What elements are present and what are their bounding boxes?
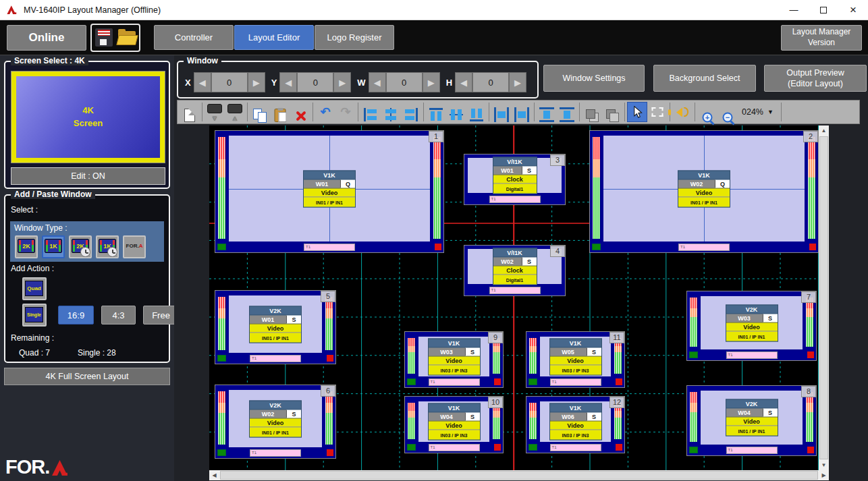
w-value[interactable]: 0 — [386, 72, 423, 92]
canvas-window-7[interactable]: V2KW03SVideoIN01 / IP IN1T17 — [686, 291, 817, 361]
minimize-button[interactable]: — — [779, 0, 809, 20]
window-info-label: V1KW01QVideoIN01 / IP IN1 — [303, 170, 356, 207]
output-preview-button[interactable]: Output Preview (Editor Layout) — [764, 65, 867, 92]
canvas[interactable]: V1KW01QVideoIN01 / IP IN1T11V1KW02QVideo… — [209, 125, 819, 470]
tab-controller[interactable]: Controller — [154, 25, 234, 50]
zoom-level-dropdown[interactable]: 024% ▼ — [742, 107, 774, 117]
canvas-window-6[interactable]: V2KW02SVideoIN01 / IP IN1T16 — [215, 385, 336, 459]
send-to-device-button[interactable]: ▼ — [205, 102, 225, 122]
x-value[interactable]: 0 — [211, 72, 248, 92]
w-decrement-button[interactable]: ◀ — [369, 72, 386, 92]
shrink-vertical-icon — [560, 107, 574, 122]
scroll-down-button[interactable]: ▼ — [819, 460, 829, 470]
expand-vertical-button[interactable] — [537, 102, 557, 122]
canvas-window-5[interactable]: V2KW01SVideoIN01 / IP IN1T15 — [215, 290, 336, 364]
align-left-button[interactable] — [360, 102, 381, 122]
canvas-window-10[interactable]: V1KW04SVideoIN03 / IP IN3T110 — [404, 396, 504, 453]
shrink-horizontal-button[interactable] — [512, 102, 532, 122]
window-number-badge: 7 — [801, 291, 816, 303]
copy-icon — [253, 109, 267, 122]
window-type-clock-1k-button[interactable]: 1K — [96, 235, 119, 258]
version-button[interactable]: Layout Manager Version — [781, 25, 862, 51]
online-button[interactable]: Online — [7, 25, 86, 51]
load-from-device-button[interactable]: ▲ — [225, 102, 245, 122]
toolbar-separator — [534, 103, 535, 121]
scroll-right-button[interactable]: ▶ — [819, 470, 829, 480]
zoom-out-button[interactable]: − — [717, 102, 738, 122]
canvas-window-9[interactable]: V1KW03SVideoIN03 / IP IN3T19 — [404, 331, 504, 388]
tab-logo-register[interactable]: Logo Register — [315, 25, 394, 50]
align-middle-vertical-button[interactable] — [446, 102, 466, 122]
window-type-clock-2k-button[interactable]: 2K — [69, 235, 92, 258]
canvas-window-12[interactable]: V1KW06SVideoIN03 / IP IN3T112 — [526, 396, 625, 453]
send-to-back-button[interactable] — [602, 102, 622, 122]
marquee-select-button[interactable] — [647, 102, 668, 122]
single-icon: Single — [25, 307, 43, 322]
aspect-4-3-button[interactable]: 4:3 — [101, 306, 136, 324]
background-select-button[interactable]: Background Select — [653, 65, 756, 92]
scroll-up-button[interactable]: ▲ — [819, 125, 829, 136]
monitor-2k-icon: 2K — [18, 239, 35, 253]
window-number-badge: 4 — [550, 246, 565, 257]
close-button[interactable]: × — [838, 0, 868, 20]
window-type-video-2k-button[interactable]: 2K — [15, 235, 38, 258]
add-single-button[interactable]: Single — [22, 304, 47, 327]
canvas-window-8[interactable]: V2KW04SVideoIN01 / IP IN1T18 — [686, 385, 817, 456]
edit-toggle-button[interactable]: Edit : ON — [11, 167, 165, 185]
new-layout-button[interactable] — [180, 102, 200, 122]
align-right-button[interactable] — [401, 102, 421, 122]
delete-button[interactable] — [290, 102, 310, 122]
maximize-button[interactable] — [809, 0, 838, 20]
canvas-window-11[interactable]: V1KW05SVideoIN03 / IP IN3T111 — [526, 331, 625, 388]
tab-layout-editor[interactable]: Layout Editor — [234, 25, 314, 50]
folder-icon — [117, 28, 138, 47]
window-info-label: V1KW02QVideoIN01 / IP IN1 — [678, 170, 730, 207]
window-type-label: Window Type : — [14, 223, 67, 233]
version-button-line1: Layout Manager — [792, 27, 851, 38]
h-value[interactable]: 0 — [472, 72, 509, 92]
align-bottom-button[interactable] — [466, 102, 487, 122]
save-icon — [95, 28, 113, 47]
zoom-in-button[interactable]: + — [697, 102, 717, 122]
aspect-16-9-button[interactable]: 16:9 — [58, 306, 94, 324]
h-decrement-button[interactable]: ◀ — [455, 72, 472, 92]
canvas-window-3[interactable]: V/I1KW01SClockDigital1T13 — [464, 154, 566, 205]
y-value[interactable]: 0 — [297, 72, 333, 92]
save-button[interactable] — [93, 26, 115, 49]
mode-tabs: Controller Layout Editor Logo Register — [154, 25, 395, 50]
full-screen-layout-button[interactable]: 4K Full Screen Layout — [4, 368, 170, 385]
window-type-video-1k-button[interactable]: 1K — [42, 235, 65, 258]
horizontal-scrollbar[interactable]: ◀ ▶ — [209, 470, 829, 480]
window-settings-button[interactable]: Window Settings — [543, 65, 645, 92]
canvas-window-1[interactable]: V1KW01QVideoIN01 / IP IN1T11 — [215, 130, 444, 253]
shrink-vertical-button[interactable] — [557, 102, 577, 122]
select-tool-button[interactable] — [627, 102, 647, 122]
w-increment-button[interactable]: ▶ — [423, 72, 440, 92]
expand-horizontal-button[interactable] — [491, 102, 512, 122]
redo-button[interactable]: ↷ — [335, 102, 356, 122]
bring-to-front-button[interactable] — [582, 102, 602, 122]
window-type-logo-button[interactable]: FOR.A — [123, 235, 146, 258]
x-decrement-button[interactable]: ◀ — [194, 72, 211, 92]
vertical-scroll-thumb[interactable] — [819, 136, 828, 459]
toolbar-separator — [781, 103, 782, 121]
canvas-window-4[interactable]: V/I1KW02SClockDigital1T14 — [464, 245, 566, 296]
copy-button[interactable] — [250, 102, 270, 122]
paste-button[interactable] — [270, 102, 290, 122]
expand-horizontal-icon — [494, 107, 509, 122]
align-top-button[interactable] — [426, 102, 446, 122]
x-increment-button[interactable]: ▶ — [248, 72, 265, 92]
y-decrement-button[interactable]: ◀ — [279, 72, 297, 92]
screen-preview-4k[interactable]: 4K Screen — [11, 71, 165, 163]
scroll-left-button[interactable]: ◀ — [209, 470, 219, 480]
canvas-window-2[interactable]: V1KW02QVideoIN01 / IP IN1T12 — [589, 130, 819, 253]
horizontal-scroll-thumb[interactable] — [220, 471, 818, 480]
y-increment-button[interactable]: ▶ — [333, 72, 351, 92]
vertical-scrollbar[interactable]: ▲ ▼ — [819, 125, 829, 470]
open-button[interactable] — [117, 26, 138, 49]
align-center-horizontal-button[interactable] — [381, 102, 401, 122]
add-quad-button[interactable]: Quad — [22, 277, 47, 300]
audio-monitor-button[interactable] — [672, 102, 693, 122]
h-increment-button[interactable]: ▶ — [509, 72, 526, 92]
undo-button[interactable]: ↶ — [315, 102, 335, 122]
